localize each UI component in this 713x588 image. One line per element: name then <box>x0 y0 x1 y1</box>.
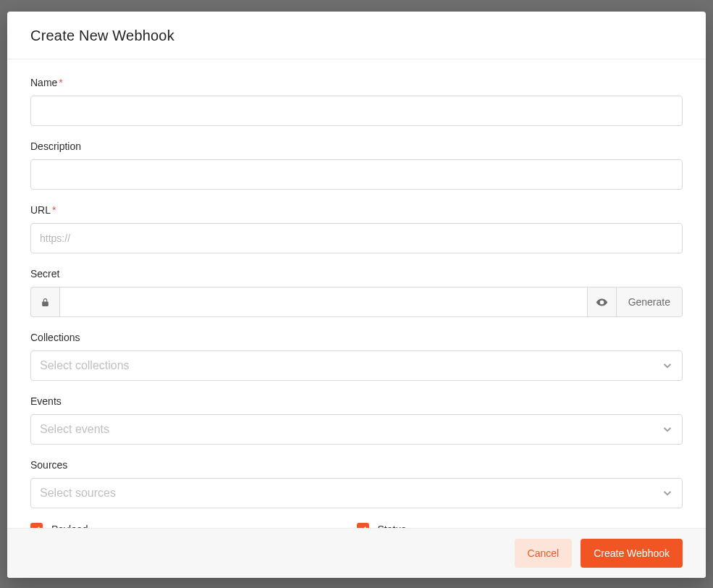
create-webhook-button[interactable]: Create Webhook <box>581 539 683 568</box>
secret-label: Secret <box>30 268 683 280</box>
name-required-mark: * <box>59 77 62 88</box>
url-input[interactable] <box>30 223 683 253</box>
field-description: Description <box>30 140 683 190</box>
field-secret: Secret Generate <box>30 268 683 317</box>
name-input[interactable] <box>30 96 683 126</box>
cancel-button[interactable]: Cancel <box>515 539 573 568</box>
collections-select[interactable]: Select collections <box>30 350 683 381</box>
status-checkbox[interactable] <box>357 523 369 528</box>
modal-title: Create New Webhook <box>30 28 683 44</box>
field-url: URL* <box>30 204 683 253</box>
secret-visibility-toggle[interactable] <box>587 287 616 317</box>
events-placeholder: Select events <box>30 414 683 445</box>
collections-placeholder: Select collections <box>30 350 683 381</box>
checkbox-row: Payload Status <box>30 523 683 528</box>
description-label: Description <box>30 140 683 152</box>
events-label: Events <box>30 395 683 407</box>
sources-label: Sources <box>30 459 683 471</box>
create-webhook-modal: Create New Webhook Name* Description URL… <box>7 12 706 578</box>
collections-label: Collections <box>30 332 683 343</box>
payload-checkbox-item: Payload <box>30 523 357 528</box>
generate-button[interactable]: Generate <box>616 287 683 317</box>
modal-body: Name* Description URL* Secret <box>7 59 706 528</box>
field-events: Events Select events <box>30 395 683 445</box>
field-name: Name* <box>30 77 683 126</box>
url-label: URL* <box>30 204 683 216</box>
sources-select[interactable]: Select sources <box>30 478 683 508</box>
secret-input[interactable] <box>59 287 587 317</box>
field-collections: Collections Select collections <box>30 332 683 381</box>
status-checkbox-item: Status <box>357 523 683 528</box>
description-input[interactable] <box>30 159 683 190</box>
name-label: Name* <box>30 77 683 88</box>
field-sources: Sources Select sources <box>30 459 683 508</box>
svg-point-0 <box>601 301 603 303</box>
url-label-text: URL <box>30 204 51 216</box>
eye-icon <box>596 296 608 308</box>
sources-placeholder: Select sources <box>30 478 683 508</box>
payload-checkbox[interactable] <box>30 523 43 528</box>
secret-input-group: Generate <box>30 287 683 317</box>
lock-icon <box>30 287 59 317</box>
url-required-mark: * <box>52 204 56 216</box>
modal-header: Create New Webhook <box>7 12 706 59</box>
modal-footer: Cancel Create Webhook <box>7 528 706 578</box>
name-label-text: Name <box>30 77 57 88</box>
events-select[interactable]: Select events <box>30 414 683 445</box>
